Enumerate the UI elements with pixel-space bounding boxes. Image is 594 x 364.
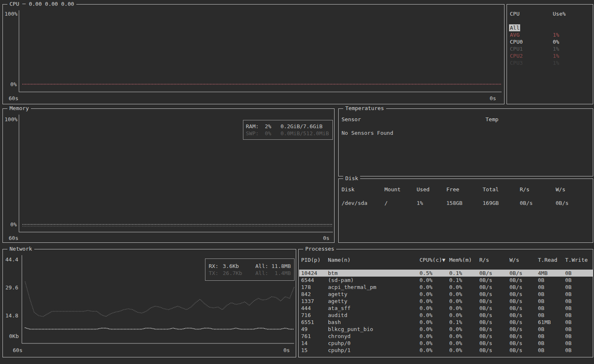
cpu-legend-value: 0% <box>553 38 559 45</box>
process-row-cpuhp/1[interactable]: 15cpuhp/10.0%0.0%0B/s0B/s0B0B <box>299 347 593 354</box>
process-rows: 10424btm0.5%0.1%0B/s0B/s4MB0B6544(sd-pam… <box>299 270 593 354</box>
process-header-row[interactable]: PID(p)Name(n)CPU%(c)▼Mem%(m)R/sW/sT.Read… <box>299 256 592 263</box>
process-cell: btm <box>328 270 337 277</box>
process-row-chronyd[interactable]: 761chronyd0.0%0.0%0B/s0B/s0B0B <box>299 333 593 340</box>
cpu-legend-label: CPU2 <box>510 52 523 59</box>
process-cell: 0.0% <box>420 298 432 305</box>
cpu-legend-value: 1% <box>553 31 559 38</box>
disk-cell-device: /dev/sda <box>342 200 368 207</box>
process-row-agetty[interactable]: 1337agetty0.0%0.0%0B/s0B/s0B0B <box>299 298 593 305</box>
process-header-3[interactable]: Mem%(m) <box>449 256 472 263</box>
process-cell: 0B <box>565 333 572 340</box>
process-header-7[interactable]: T.Write <box>565 256 588 263</box>
process-row-btm[interactable]: 10424btm0.5%0.1%0B/s0B/s4MB0B <box>299 270 593 277</box>
process-header-5[interactable]: W/s <box>509 256 519 263</box>
process-cell: 0.0% <box>449 298 462 305</box>
network-panel[interactable]: Network 44.4 29.6 14.8 0Kb 60s 0s RX: 3.… <box>2 249 296 357</box>
network-y-tick-1: 14.8 <box>5 312 18 319</box>
memory-x-left-label: 60s <box>9 235 18 241</box>
cpu-legend-row-cpu1[interactable]: CPU11% <box>507 45 593 52</box>
process-header-2-sort-desc[interactable]: CPU%(c)▼ <box>420 256 446 263</box>
disk-header-disk: Disk <box>342 186 354 193</box>
cpu-legend-row-avg[interactable]: AVG1% <box>507 31 593 38</box>
processes-panel[interactable]: Processes PID(p)Name(n)CPU%(c)▼Mem%(m)R/… <box>298 249 593 357</box>
disk-cell-total: 169GB <box>483 200 499 207</box>
process-cell: 0.0% <box>420 333 432 340</box>
process-cell: (sd-pam) <box>328 277 354 284</box>
cpu-legend-header-use: Use% <box>553 10 566 17</box>
process-cell: 0.1% <box>449 270 462 277</box>
cpu-legend-row-cpu3[interactable]: CPU31% <box>507 59 593 66</box>
process-cell: 0B/s <box>509 277 522 284</box>
tx-total-label: All: <box>255 270 268 277</box>
cpu-usage-chart <box>3 5 504 104</box>
tx-label: TX: <box>209 270 218 277</box>
cpu-legend-row-cpu2[interactable]: CPU21% <box>507 52 593 59</box>
process-header-1[interactable]: Name(n) <box>328 256 351 263</box>
cpu-legend-value: 1% <box>553 52 559 59</box>
process-header-4[interactable]: R/s <box>479 256 489 263</box>
process-cell: 0B/s <box>479 291 492 298</box>
process-cell: 0B <box>565 298 572 305</box>
process-cell: 0B <box>538 326 544 333</box>
process-cell: 0B <box>565 270 572 277</box>
disk-panel[interactable]: Disk Disk Mount Used Free Total R/s W/s … <box>338 178 593 243</box>
process-cell: 0.0% <box>420 312 432 319</box>
cpu-legend-panel[interactable]: CPU Use% AllAVG1%CPU00%CPU11%CPU21%CPU31… <box>507 4 593 104</box>
swap-usage: 0.0MiB/512.0MiB <box>280 130 329 137</box>
disk-cell-mount: / <box>384 200 388 207</box>
cpu-legend-row-cpu0[interactable]: CPU00% <box>507 38 593 45</box>
process-row-(sd-pam)[interactable]: 6544(sd-pam)0.0%0.1%0B/s0B/s0B0B <box>299 277 593 284</box>
processes-panel-title: Processes <box>303 246 336 252</box>
process-cell: 0B/s <box>509 305 522 312</box>
process-cell: cpuhp/1 <box>328 347 351 354</box>
process-cell: cpuhp/0 <box>328 340 351 347</box>
process-cell: 0.0% <box>449 340 462 347</box>
process-row-agetty[interactable]: 842agetty0.0%0.0%0B/s0B/s0B0B <box>299 291 593 298</box>
temperatures-panel[interactable]: Temperatures Sensor Temp No Sensors Foun… <box>338 108 593 176</box>
cpu-legend-label: AVG <box>510 31 519 38</box>
process-cell: 0.0% <box>449 333 462 340</box>
process-header-6[interactable]: T.Read <box>538 256 557 263</box>
process-cell: 0B/s <box>509 347 522 354</box>
cpu-legend-value: 1% <box>553 45 559 52</box>
process-cell: 0B <box>565 312 572 319</box>
process-cell: 0B/s <box>479 326 492 333</box>
process-cell: 0B/s <box>509 298 522 305</box>
process-cell: 0.0% <box>420 347 432 354</box>
cpu-legend-label: All <box>509 24 520 31</box>
process-row-cpuhp/0[interactable]: 14cpuhp/00.0%0.0%0B/s0B/s0B0B <box>299 340 593 347</box>
swap-label: SWP: <box>246 130 259 137</box>
process-cell: 0.0% <box>420 277 432 284</box>
process-header-0[interactable]: PID(p) <box>301 256 321 263</box>
process-cell: 0B/s <box>479 305 492 312</box>
swap-legend-row: SWP: 0% 0.0MiB/512.0MiB <box>243 130 332 137</box>
process-cell: 0B <box>538 291 544 298</box>
process-row-acpi_thermal_pm[interactable]: 178acpi_thermal_pm0.0%0.0%0B/s0B/s0B0B <box>299 284 593 291</box>
process-cell: 0B <box>538 298 544 305</box>
disk-cell-ws: 0B/s <box>556 200 568 207</box>
process-cell: 0B/s <box>509 284 522 291</box>
memory-panel[interactable]: Memory 100% 0% 60s 0s RAM: 2% 0.2GiB/7.6… <box>2 108 335 243</box>
process-cell: auditd <box>328 312 347 319</box>
process-cell: 0.0% <box>449 291 462 298</box>
cpu-chart-panel[interactable]: CPU ─ 0.00 0.00 0.00 100% 0% 60s 0s <box>2 4 504 104</box>
temperatures-header-temp: Temp <box>486 116 498 123</box>
temperatures-empty-row: No Sensors Found <box>339 129 592 136</box>
disk-row[interactable]: /dev/sda / 1% 158GB 169GB 0B/s 0B/s <box>339 200 592 207</box>
process-cell: 716 <box>301 312 311 319</box>
ram-percent: 2% <box>265 123 271 130</box>
temperatures-header-row: Sensor Temp <box>339 116 592 123</box>
cpu-y-max-label: 100% <box>5 11 17 17</box>
process-row-blkcg_punt_bio[interactable]: 49blkcg_punt_bio0.0%0.0%0B/s0B/s0B0B <box>299 326 593 333</box>
process-cell: blkcg_punt_bio <box>328 326 373 333</box>
process-cell: 0B/s <box>479 333 492 340</box>
process-row-auditd[interactable]: 716auditd0.0%0.0%0B/s0B/s0B0B <box>299 312 593 319</box>
cpu-y-min-label: 0% <box>10 81 17 87</box>
cpu-legend-row-all[interactable]: All <box>507 24 593 31</box>
process-row-bash[interactable]: 6551bash0.0%0.1%0B/s0B/s61MB0B <box>299 319 593 326</box>
process-cell: 0.1% <box>449 277 462 284</box>
process-row-ata_sff[interactable]: 444ata_sff0.0%0.0%0B/s0B/s0B0B <box>299 305 593 312</box>
memory-legend-box: RAM: 2% 0.2GiB/7.6GiB SWP: 0% 0.0MiB/512… <box>243 120 333 140</box>
process-cell: bash <box>328 319 341 326</box>
